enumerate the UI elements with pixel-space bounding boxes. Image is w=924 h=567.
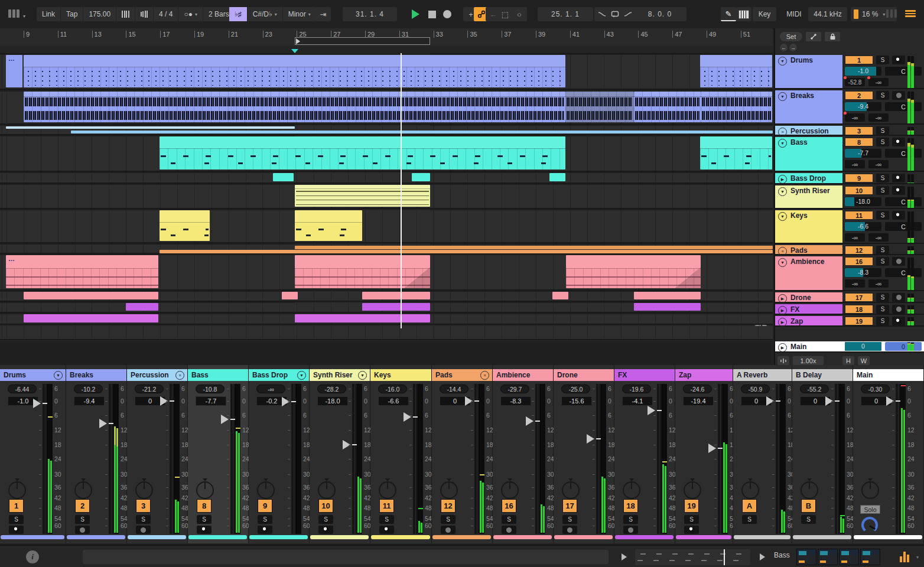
peak-level-display[interactable]: -21.2 <box>135 384 164 393</box>
monitor-icon[interactable] <box>379 526 394 534</box>
track-name-block[interactable]: ▶Bass Drop <box>775 173 842 183</box>
track-volume-field[interactable]: -6.6 <box>845 222 881 231</box>
main-pan-field[interactable]: 0 <box>885 342 922 351</box>
pan-knob[interactable] <box>684 481 701 499</box>
strip-header[interactable]: A Reverb <box>733 369 792 381</box>
strip-header[interactable]: Zap <box>675 369 733 381</box>
track-lane-bass[interactable] <box>0 136 773 172</box>
monitor-icon[interactable] <box>892 186 905 195</box>
arm-record-icon[interactable] <box>892 305 905 314</box>
track-name-block[interactable]: ≡Pads <box>775 245 842 254</box>
strip-number-badge[interactable]: 16 <box>502 499 516 513</box>
track-pan-field[interactable]: C <box>885 222 922 231</box>
key-signature-button[interactable]: ♭♯ <box>229 7 248 21</box>
key-scale-menu[interactable]: Minor▾ <box>283 7 316 21</box>
peak-level-display[interactable]: -0.30 <box>861 384 890 393</box>
fader-lane[interactable] <box>109 384 114 534</box>
clip[interactable]: … <box>6 55 22 87</box>
pan-knob[interactable] <box>801 481 818 499</box>
strip-header[interactable]: Drums▼ <box>0 369 66 381</box>
track-name-block[interactable]: ▼Bass <box>775 137 842 171</box>
strip-header[interactable]: Percussion≡ <box>127 369 187 381</box>
device-chain-thumbnail[interactable] <box>796 549 880 565</box>
clip[interactable] <box>24 314 158 322</box>
mixer-strip-drums[interactable]: Drums▼-6.44-1.06061218243036424854601S <box>0 365 66 543</box>
menu-icon[interactable] <box>905 9 916 18</box>
fader-handle[interactable] <box>221 415 229 424</box>
peak-level-display[interactable]: -50.9 <box>741 384 770 393</box>
fader-lane[interactable] <box>835 384 840 534</box>
fader-lane[interactable] <box>896 384 901 534</box>
pan-knob[interactable] <box>8 481 26 499</box>
pan-knob[interactable] <box>741 481 759 499</box>
zoom-level-field[interactable]: 1.00x <box>793 356 824 365</box>
track-name-block[interactable]: ▼Keys <box>775 210 842 243</box>
fader-lane[interactable] <box>776 384 781 534</box>
strip-number-badge[interactable]: A <box>742 499 757 513</box>
strip-number-badge[interactable]: B <box>801 499 816 513</box>
zoom-height-button[interactable]: H <box>842 356 854 365</box>
output-meter-icon[interactable] <box>900 552 914 562</box>
unfold-icon[interactable]: ▶ <box>778 175 787 184</box>
strip-solo-button[interactable]: S <box>9 515 24 524</box>
track-number-badge[interactable]: 3 <box>845 126 873 135</box>
solo-button[interactable]: S <box>876 56 889 64</box>
monitor-icon[interactable] <box>258 526 272 534</box>
track-header-pads[interactable]: ≡Pads12S <box>775 245 924 255</box>
clip[interactable] <box>24 292 158 299</box>
track-lane-synth-riser[interactable] <box>0 185 773 209</box>
fader-meter-block[interactable] <box>596 384 606 534</box>
mixer-strip-bass[interactable]: Bass-10.8-7.76061218243036424854608S <box>188 365 249 543</box>
peak-level-display[interactable]: -14.4 <box>440 384 468 393</box>
clip[interactable] <box>295 246 773 249</box>
clip[interactable] <box>71 131 773 133</box>
track-header-drone[interactable]: ▶Drone17S <box>775 292 924 303</box>
group-icon[interactable]: ≡ <box>175 371 184 380</box>
beat-time-ruler[interactable]: 9111315171921232527293133353739414345474… <box>0 28 773 54</box>
track-name-block[interactable]: ▼Ambience <box>775 256 842 290</box>
track-lane-breaks[interactable] <box>0 92 773 125</box>
fader-value-field[interactable]: -15.6 <box>561 396 592 406</box>
fader-meter-block[interactable] <box>835 384 845 534</box>
peak-level-display[interactable]: -10.2 <box>74 384 103 393</box>
track-pan-field[interactable]: C <box>885 102 922 111</box>
fader-meter-block[interactable] <box>230 384 240 534</box>
strip-solo-button[interactable]: S <box>623 515 638 524</box>
clip[interactable] <box>701 92 772 122</box>
solo-cue-button[interactable]: Solo <box>860 505 880 514</box>
solo-button[interactable]: S <box>876 211 889 220</box>
peak-level-display[interactable]: -55.2 <box>800 384 829 393</box>
strip-header[interactable]: FX <box>614 369 675 381</box>
solo-button[interactable]: S <box>876 186 889 195</box>
strip-solo-button[interactable]: S <box>502 515 516 524</box>
loop-start-field[interactable]: 25. 1. 1 <box>538 7 593 21</box>
clip[interactable] <box>295 210 362 241</box>
track-name-block[interactable]: ▼Synth Riser <box>775 185 842 208</box>
fader-value-field[interactable]: -7.7 <box>196 396 226 406</box>
strip-number-badge[interactable]: 10 <box>318 499 333 513</box>
track-number-badge[interactable]: 2 <box>845 91 873 100</box>
arm-record-icon[interactable] <box>136 526 151 534</box>
mixer-strip-bass-drop[interactable]: Bass Drop▼-∞-0.26061218243036424854609S <box>249 365 310 543</box>
mixer-strip-drone[interactable]: Drone-25.0-15.660612182430364248546017S <box>554 365 614 543</box>
strip-solo-button[interactable]: S <box>75 515 90 524</box>
track-lane-drums[interactable]: … <box>0 55 773 90</box>
fader-value-field[interactable]: -9.4 <box>74 396 105 406</box>
clip[interactable] <box>552 292 568 299</box>
arrangement-position-field[interactable]: 31. 1. 4 <box>343 7 397 21</box>
solo-button[interactable]: S <box>876 305 889 314</box>
track-volume-field[interactable]: -1.0 <box>845 67 881 76</box>
track-number-badge[interactable]: 19 <box>845 317 873 325</box>
track-lane-fx[interactable] <box>0 303 773 313</box>
fader-value-field[interactable]: -18.0 <box>317 396 348 406</box>
crossfade-knob[interactable] <box>861 517 878 533</box>
track-name-block[interactable]: ≡Percussion <box>775 126 842 135</box>
fader-handle[interactable] <box>404 412 411 422</box>
peak-level-display[interactable]: -29.7 <box>500 384 529 393</box>
follow-button[interactable]: ⇥ <box>315 7 331 21</box>
fader-handle[interactable] <box>648 406 655 415</box>
fader-lane[interactable] <box>352 384 357 534</box>
track-volume-field[interactable]: -7.7 <box>845 149 881 158</box>
strip-solo-button[interactable]: S <box>684 515 699 524</box>
mixer-strip-pads[interactable]: Pads≡-14.4060612182430364248546012S <box>432 365 493 543</box>
